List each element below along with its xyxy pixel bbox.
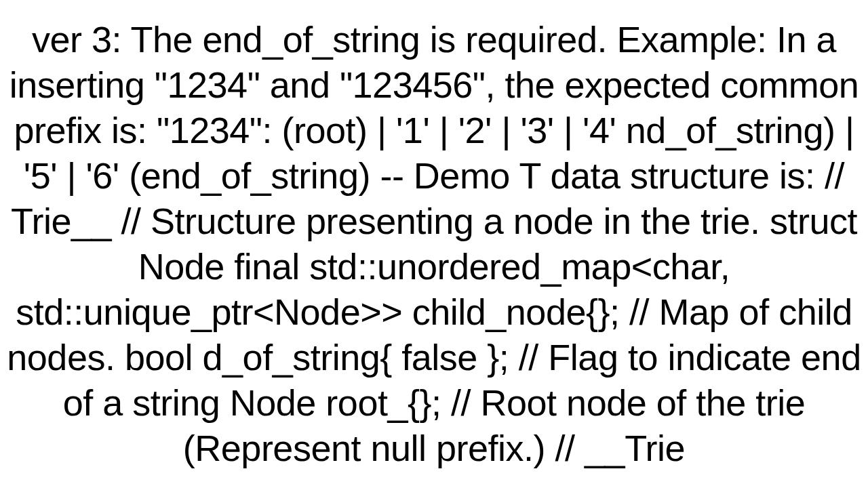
- document-text: ver 3: The end_of_string is required. Ex…: [0, 17, 868, 471]
